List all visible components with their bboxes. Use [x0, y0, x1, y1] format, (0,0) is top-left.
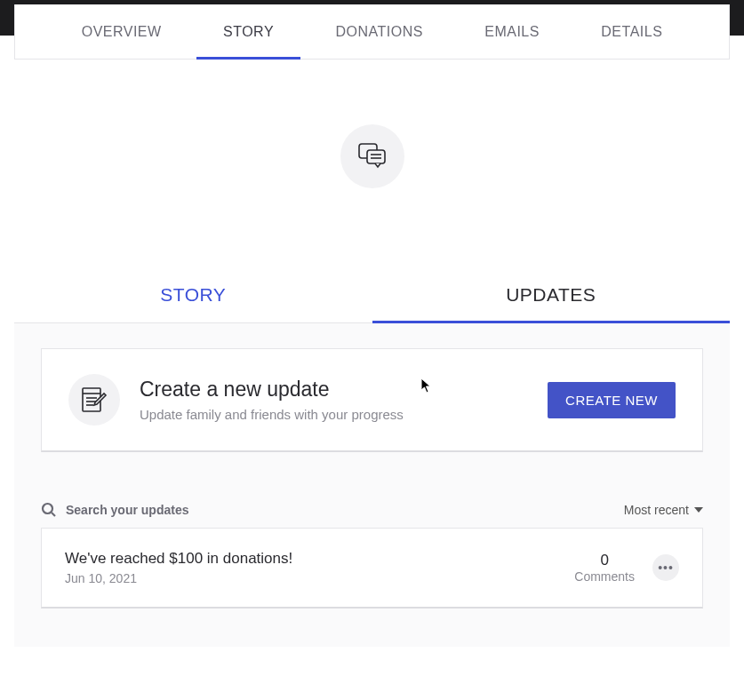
- update-item-date: Jun 10, 2021: [65, 571, 574, 585]
- tab-details[interactable]: DETAILS: [601, 4, 662, 59]
- update-item-text: We've reached $100 in donations! Jun 10,…: [65, 550, 574, 585]
- more-options-button[interactable]: •••: [652, 554, 679, 581]
- create-update-title: Create a new update: [140, 378, 528, 402]
- svg-rect-1: [367, 150, 385, 163]
- search-group: [41, 502, 261, 518]
- update-comments-count: 0: [574, 552, 635, 569]
- search-input[interactable]: [66, 503, 261, 517]
- sort-label: Most recent: [624, 503, 689, 517]
- subtab-updates[interactable]: UPDATES: [372, 266, 731, 322]
- subtab-story[interactable]: STORY: [14, 266, 372, 322]
- search-sort-row: Most recent: [41, 492, 703, 528]
- create-update-card: Create a new update Update family and fr…: [41, 348, 703, 452]
- tab-overview[interactable]: OVERVIEW: [82, 4, 162, 59]
- chat-bubble-icon: [340, 124, 404, 188]
- sort-dropdown[interactable]: Most recent: [624, 503, 703, 517]
- primary-tab-bar: OVERVIEW STORY DONATIONS EMAILS DETAILS: [14, 4, 730, 60]
- document-edit-icon: [68, 374, 120, 426]
- chevron-down-icon: [694, 507, 703, 513]
- update-comments-label: Comments: [574, 569, 635, 584]
- update-list-item[interactable]: We've reached $100 in donations! Jun 10,…: [41, 528, 703, 609]
- svg-line-10: [52, 513, 55, 516]
- create-update-text: Create a new update Update family and fr…: [140, 378, 528, 422]
- search-icon: [41, 502, 57, 518]
- update-comments-block: 0 Comments: [574, 552, 635, 584]
- ellipsis-icon: •••: [658, 561, 674, 575]
- svg-point-9: [43, 504, 52, 513]
- tab-donations[interactable]: DONATIONS: [335, 4, 422, 59]
- secondary-tab-bar: STORY UPDATES: [14, 266, 730, 323]
- tab-story[interactable]: STORY: [223, 4, 274, 59]
- tab-emails[interactable]: EMAILS: [484, 4, 540, 59]
- update-item-title: We've reached $100 in donations!: [65, 550, 574, 568]
- create-update-subtitle: Update family and friends with your prog…: [140, 407, 528, 422]
- create-new-button[interactable]: CREATE NEW: [548, 382, 676, 418]
